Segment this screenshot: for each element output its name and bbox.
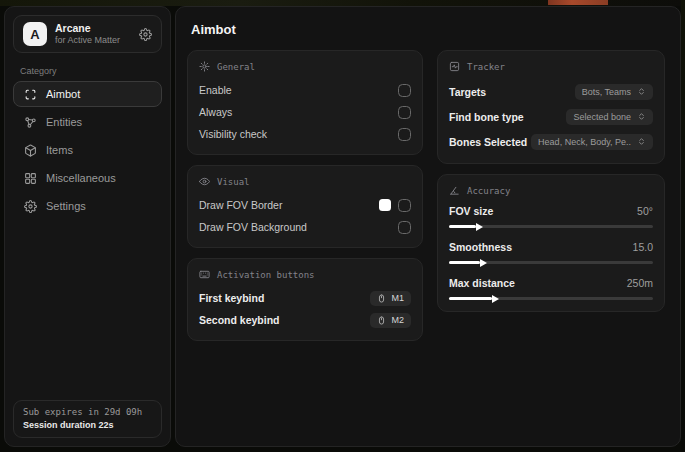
keybind-row: Second keybind M2 xyxy=(199,309,411,331)
tracker-row: Bones Selected Head, Neck, Body, Pe.. xyxy=(449,129,653,154)
slider-thumb[interactable] xyxy=(480,259,487,267)
setting-row: Draw FOV Background xyxy=(199,216,411,238)
expand-select-icon xyxy=(637,137,646,146)
page-title: Aimbot xyxy=(191,22,670,37)
keybind-value: M1 xyxy=(391,293,404,303)
general-card: General Enable Always Visibility check xyxy=(187,50,423,155)
category-label: Category xyxy=(20,66,170,76)
brand-name: Arcane xyxy=(55,22,120,35)
dropdown-value: Bots, Teams xyxy=(582,87,631,97)
main-panel: Aimbot General Enable Always Visibility … xyxy=(175,6,681,447)
game-background-right xyxy=(681,0,685,452)
grid-icon xyxy=(24,172,37,185)
slider-value: 250m xyxy=(627,277,653,289)
sidebar-item-entities[interactable]: Entities xyxy=(13,109,162,135)
section-title: Accuracy xyxy=(467,186,510,196)
brand-subtitle: for Active Matter xyxy=(55,35,120,46)
sidebar-item-settings[interactable]: Settings xyxy=(13,193,162,219)
setting-label: Enable xyxy=(199,84,232,96)
tracker-label: Bones Selected xyxy=(449,136,527,148)
keybind-value: M2 xyxy=(391,315,404,325)
visibility-check-checkbox[interactable] xyxy=(398,128,411,141)
second-keybind-button[interactable]: M2 xyxy=(370,313,411,328)
visual-card: Visual Draw FOV Border Draw FOV Backgrou… xyxy=(187,165,423,248)
enable-checkbox[interactable] xyxy=(398,84,411,97)
always-checkbox[interactable] xyxy=(398,106,411,119)
fov-border-color-swatch[interactable] xyxy=(379,199,391,211)
sidebar: A Arcane for Active Matter Category Aimb… xyxy=(4,6,171,447)
entities-nodes-icon xyxy=(24,116,37,129)
setting-row: Visibility check xyxy=(199,123,411,145)
eye-icon xyxy=(199,176,210,187)
subscription-card: Sub expires in 29d 09h Session duration … xyxy=(13,400,162,438)
gear-sun-icon xyxy=(199,61,210,72)
setting-row: Draw FOV Border xyxy=(199,194,411,216)
sidebar-item-label: Settings xyxy=(46,200,86,212)
angle-icon xyxy=(449,185,460,196)
gear-icon[interactable] xyxy=(139,28,152,41)
tracker-label: Find bone type xyxy=(449,111,524,123)
sidebar-nav: Aimbot Entities Items Miscellaneous Sett… xyxy=(5,81,170,219)
sidebar-item-items[interactable]: Items xyxy=(13,137,162,163)
max-distance-slider[interactable] xyxy=(449,297,653,300)
keyboard-icon xyxy=(199,269,210,280)
smoothness-slider-group: Smoothness 15.0 xyxy=(449,239,653,264)
slider-value: 15.0 xyxy=(633,241,653,253)
tracker-label: Targets xyxy=(449,86,486,98)
bones-selected-dropdown[interactable]: Head, Neck, Body, Pe.. xyxy=(531,134,653,150)
setting-label: Draw FOV Border xyxy=(199,199,282,211)
max-distance-slider-group: Max distance 250m xyxy=(449,275,653,300)
targets-dropdown[interactable]: Bots, Teams xyxy=(575,84,653,100)
slider-thumb[interactable] xyxy=(492,295,499,303)
brand-card: A Arcane for Active Matter xyxy=(13,15,162,53)
keybind-row: First keybind M1 xyxy=(199,287,411,309)
slider-thumb[interactable] xyxy=(476,223,483,231)
tracker-card: Tracker Targets Bots, Teams Find bone ty… xyxy=(437,50,665,164)
game-background-orange-patch xyxy=(548,0,608,5)
expand-select-icon xyxy=(637,112,646,121)
fov-size-slider-group: FOV size 50° xyxy=(449,203,653,228)
tracker-pulse-icon xyxy=(449,61,460,72)
smoothness-slider[interactable] xyxy=(449,261,653,264)
mouse-icon xyxy=(377,316,386,325)
sub-expires-text: Sub expires in 29d 09h xyxy=(23,407,152,417)
expand-select-icon xyxy=(637,87,646,96)
setting-label: Draw FOV Background xyxy=(199,221,307,233)
activation-buttons-card: Activation buttons First keybind M1 Seco… xyxy=(187,258,423,341)
setting-row: Enable xyxy=(199,79,411,101)
draw-fov-background-checkbox[interactable] xyxy=(398,221,411,234)
tracker-row: Targets Bots, Teams xyxy=(449,79,653,104)
setting-label: Always xyxy=(199,106,232,118)
sidebar-item-label: Aimbot xyxy=(46,88,80,100)
fov-size-slider[interactable] xyxy=(449,225,653,228)
cube-icon xyxy=(24,144,37,157)
dropdown-value: Selected bone xyxy=(573,112,631,122)
setting-row: Always xyxy=(199,101,411,123)
sidebar-item-label: Miscellaneous xyxy=(46,172,116,184)
tracker-row: Find bone type Selected bone xyxy=(449,104,653,129)
slider-value: 50° xyxy=(637,205,653,217)
section-title: Visual xyxy=(217,177,250,187)
sidebar-item-aimbot[interactable]: Aimbot xyxy=(13,81,162,107)
section-title: Tracker xyxy=(467,62,505,72)
section-title: General xyxy=(217,62,255,72)
find-bone-type-dropdown[interactable]: Selected bone xyxy=(566,109,653,125)
sidebar-item-miscellaneous[interactable]: Miscellaneous xyxy=(13,165,162,191)
keybind-label: First keybind xyxy=(199,292,264,304)
accuracy-card: Accuracy FOV size 50° Smoothness 15.0 xyxy=(437,174,665,312)
section-title: Activation buttons xyxy=(217,270,315,280)
first-keybind-button[interactable]: M1 xyxy=(370,291,411,306)
slider-label: Max distance xyxy=(449,277,515,289)
brand-logo: A xyxy=(23,22,47,46)
slider-label: FOV size xyxy=(449,205,493,217)
draw-fov-border-checkbox[interactable] xyxy=(398,199,411,212)
sidebar-item-label: Entities xyxy=(46,116,82,128)
sidebar-item-label: Items xyxy=(46,144,73,156)
crosshair-scan-icon xyxy=(24,88,37,101)
keybind-label: Second keybind xyxy=(199,314,280,326)
session-duration-text: Session duration 22s xyxy=(23,420,152,430)
dropdown-value: Head, Neck, Body, Pe.. xyxy=(538,137,631,147)
gear-icon xyxy=(24,200,37,213)
mouse-icon xyxy=(377,294,386,303)
setting-label: Visibility check xyxy=(199,128,267,140)
